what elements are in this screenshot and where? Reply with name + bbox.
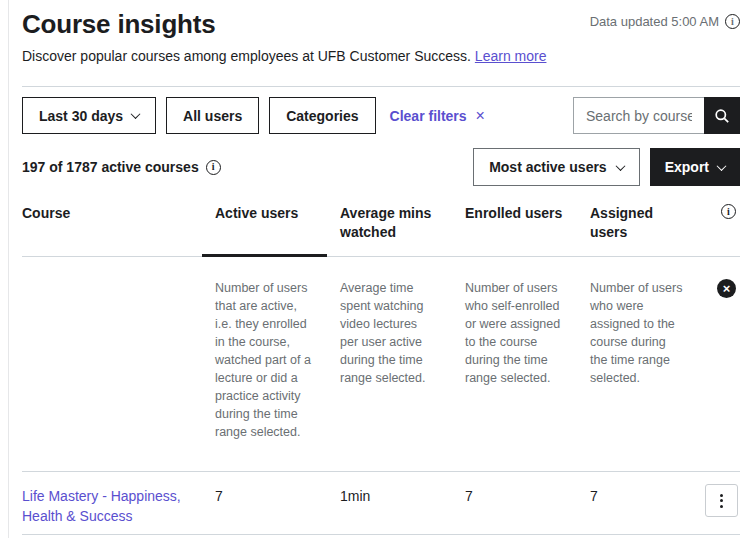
table-header-actions	[702, 196, 740, 257]
sort-dropdown-button[interactable]: Most active users	[473, 148, 640, 186]
active-courses-count: 197 of 1787 active courses	[22, 159, 221, 175]
info-icon[interactable]	[721, 204, 736, 219]
kebab-icon	[720, 494, 723, 497]
column-definitions-row: Number of users that are active, i.e. th…	[22, 257, 740, 472]
column-header-active-users[interactable]: Active users	[202, 196, 327, 257]
info-icon[interactable]	[206, 160, 221, 175]
users-filter-label: All users	[183, 108, 242, 124]
export-button[interactable]: Export	[650, 148, 740, 186]
assigned-users-value: 7	[577, 484, 702, 526]
definition-assigned-users: Number of users who were assigned to the…	[577, 279, 702, 441]
definition-active-users: Number of users that are active, i.e. th…	[202, 279, 327, 441]
data-updated-text: Data updated 5:00 AM	[590, 14, 719, 29]
clear-filters-button[interactable]: Clear filters ×	[390, 108, 485, 124]
courses-table: Course Active users Average mins watched…	[22, 196, 740, 538]
chevron-down-icon	[717, 161, 727, 171]
chevron-down-icon	[131, 109, 141, 119]
column-header-course[interactable]: Course	[22, 196, 202, 257]
course-link[interactable]: Life Mastery - Happiness, Health & Succe…	[22, 488, 181, 524]
summary-actions: Most active users Export	[473, 148, 740, 186]
categories-filter-button[interactable]: Categories	[269, 97, 375, 134]
course-cell: Life Mastery - Happiness, Health & Succe…	[22, 484, 202, 526]
categories-filter-label: Categories	[286, 108, 358, 124]
summary-row: 197 of 1787 active courses Most active u…	[22, 148, 740, 186]
course-search	[573, 97, 740, 134]
row-menu-button[interactable]	[705, 484, 738, 517]
filter-section: Last 30 days All users Categories Clear …	[22, 86, 740, 186]
row-actions	[702, 484, 740, 526]
date-range-label: Last 30 days	[39, 108, 123, 124]
date-range-filter-button[interactable]: Last 30 days	[22, 97, 156, 134]
course-insights-page: Course insights Data updated 5:00 AM Dis…	[0, 0, 750, 538]
column-header-enrolled-users[interactable]: Enrolled users	[452, 196, 577, 257]
users-filter-button[interactable]: All users	[166, 97, 259, 134]
data-updated-status: Data updated 5:00 AM	[590, 14, 740, 29]
clear-filters-label: Clear filters	[390, 108, 467, 124]
enrolled-users-value: 7	[452, 484, 577, 526]
count-text: 197 of 1787 active courses	[22, 159, 199, 175]
definitions-actions	[702, 279, 740, 441]
learn-more-link[interactable]: Learn more	[475, 48, 547, 64]
sort-label: Most active users	[489, 159, 607, 175]
export-label: Export	[665, 159, 709, 175]
definition-average-mins-watched: Average time spent watching video lectur…	[327, 279, 452, 441]
filter-bar: Last 30 days All users Categories Clear …	[22, 97, 740, 134]
search-button[interactable]	[704, 97, 740, 134]
column-header-average-mins-watched[interactable]: Average mins watched	[327, 196, 452, 257]
info-icon[interactable]	[725, 14, 740, 29]
page-subtitle: Discover popular courses among employees…	[22, 46, 740, 66]
dismiss-definitions-button[interactable]	[717, 279, 736, 298]
search-input[interactable]	[573, 97, 704, 134]
definition-spacer	[22, 279, 202, 441]
page-header: Course insights Data updated 5:00 AM	[22, 8, 740, 40]
column-header-assigned-users[interactable]: Assigned users	[577, 196, 702, 257]
table-header-row: Course Active users Average mins watched…	[22, 196, 740, 257]
active-users-value: 7	[202, 484, 327, 526]
table-row: Life Mastery - Happiness, Health & Succe…	[22, 472, 740, 535]
page-title: Course insights	[22, 8, 215, 40]
subtitle-text: Discover popular courses among employees…	[22, 48, 471, 64]
chevron-down-icon	[615, 161, 625, 171]
avg-mins-value: 1min	[327, 484, 452, 526]
search-icon	[714, 108, 730, 124]
close-icon: ×	[476, 108, 485, 124]
definition-enrolled-users: Number of users who self-enrolled or wer…	[452, 279, 577, 441]
